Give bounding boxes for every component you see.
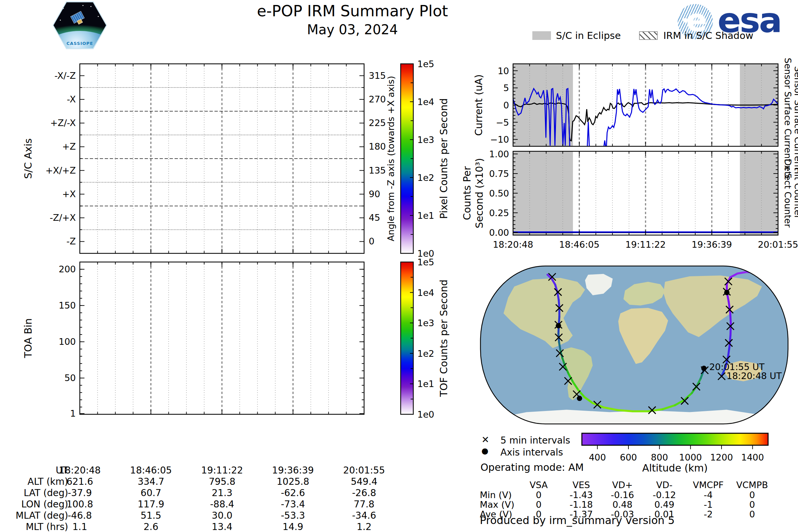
pixel-counts-colorbar: 1e51e41e31e21e11e0Pixel Counts per Secon… bbox=[401, 59, 450, 259]
right-label-hit: Hit Counter bbox=[793, 168, 798, 220]
voltage-value: 0 bbox=[722, 509, 782, 519]
toa-tick-label: 1 bbox=[70, 408, 76, 419]
ephemeris-value: 77.8 bbox=[324, 499, 404, 510]
ephemeris-value: 30.0 bbox=[182, 510, 262, 521]
ephemeris-value: -62.6 bbox=[253, 488, 333, 498]
shadow-legend-label: IRM in S/C Shadow bbox=[663, 30, 754, 41]
sc-axis-category-label: +X bbox=[62, 189, 76, 199]
ephemeris-value: 18:46:05 bbox=[111, 465, 191, 476]
summary-plot-figure: -X/-Z315-X270+Z/-X225+Z180+X/+Z135+X90-Z… bbox=[0, 0, 798, 532]
ephemeris-value: 14.9 bbox=[253, 521, 333, 532]
charts-canvas: -X/-Z315-X270+Z/-X225+Z180+X/+Z135+X90-Z… bbox=[0, 0, 798, 532]
altitude-colorbar-label: Altitude (km) bbox=[592, 462, 758, 474]
colorbar-tick-label: 1e1 bbox=[417, 210, 434, 221]
colorbar-tick-label: 1e4 bbox=[417, 288, 434, 298]
map-annotation: 18:20:48 UT bbox=[726, 371, 782, 381]
operating-mode-text: Operating mode: AM bbox=[480, 461, 584, 473]
ephemeris-value: -46.8 bbox=[40, 510, 120, 521]
axis-interval-dot bbox=[556, 323, 561, 328]
toa-tick-label: 200 bbox=[58, 264, 76, 274]
current-tick-label: 10 bbox=[498, 66, 509, 76]
shadow-legend-hatch-swatch bbox=[639, 31, 658, 40]
eclipse-legend-label: S/C in Eclipse bbox=[556, 30, 621, 41]
altitude-tick-label: 1400 bbox=[741, 452, 764, 462]
altitude-tick-label: 600 bbox=[620, 452, 637, 462]
angle-axis-tick-label: 270 bbox=[369, 94, 386, 104]
right-label-detect: Detect Counter bbox=[783, 159, 793, 228]
voltage-value: 0 bbox=[722, 490, 782, 500]
colorbar-tick-label: 1e1 bbox=[417, 379, 434, 389]
time-tick-label: 20:01:55 bbox=[758, 240, 798, 250]
angle-axis-tick-label: 180 bbox=[369, 141, 386, 152]
ephemeris-value: 1025.8 bbox=[253, 476, 333, 487]
counts-tick-label: 0.00 bbox=[489, 227, 509, 238]
ephemeris-value: -34.6 bbox=[324, 510, 404, 521]
tof-counts-colorbar: 1e51e41e31e21e11e0TOF Counts per Second bbox=[401, 257, 450, 420]
ephemeris-value: 18:20:48 bbox=[40, 465, 120, 476]
ephemeris-value: 13.4 bbox=[182, 521, 262, 532]
dot-marker-label: Axis intervals bbox=[500, 447, 563, 458]
axis-interval-dot bbox=[577, 396, 582, 401]
colorbar-tick-label: 1e0 bbox=[417, 409, 434, 420]
ephemeris-value: 1.2 bbox=[324, 521, 404, 532]
toa-ylabel: TOA Bin bbox=[22, 318, 34, 358]
sc-axis-category-label: +Z/-X bbox=[50, 118, 76, 128]
colorbar-tick-label: 1e2 bbox=[417, 348, 434, 359]
angle-axis-label: Angle from -Z axis (towards +X axis) bbox=[386, 76, 396, 241]
current-tick-label: 0 bbox=[504, 100, 509, 110]
x-marker-label: 5 min intervals bbox=[500, 435, 570, 446]
ephemeris-value: -26.8 bbox=[324, 488, 404, 498]
x-marker-icon: ✕ bbox=[481, 434, 489, 445]
voltage-column-header: VCMPB bbox=[722, 480, 782, 490]
angle-axis-tick-label: 315 bbox=[369, 71, 386, 81]
colorbar-label: Pixel Counts per Second bbox=[438, 98, 450, 219]
ephemeris-value: 2.6 bbox=[111, 521, 191, 532]
counts-tick-label: 1.00 bbox=[489, 149, 509, 159]
counts-tick-label: 0.25 bbox=[489, 208, 509, 218]
altitude-colorbar: 400600800100012001400 bbox=[582, 433, 768, 462]
ephemeris-value: 20:01:55 bbox=[324, 465, 404, 476]
time-tick-label: 19:36:39 bbox=[691, 240, 732, 250]
counters-panel: 1.000.750.500.250.00Counts PerSecond (x1… bbox=[461, 149, 798, 250]
ephemeris-value: 1.1 bbox=[40, 521, 120, 532]
ephemeris-value: -53.3 bbox=[253, 510, 333, 521]
ephemeris-value: -88.4 bbox=[182, 499, 262, 510]
satellite-art bbox=[70, 11, 84, 24]
plot-date: May 03, 2024 bbox=[186, 22, 519, 37]
altitude-tick-label: 1000 bbox=[679, 452, 702, 462]
ephemeris-value: 117.9 bbox=[111, 499, 191, 510]
ephemeris-value: 621.6 bbox=[40, 476, 120, 487]
sc-axis-category-label: +Z bbox=[62, 141, 76, 152]
colorbar-tick-label: 1e5 bbox=[417, 257, 434, 267]
sc-axis-category-label: -Z/+X bbox=[50, 212, 76, 223]
counts-tick-label: 0.50 bbox=[489, 188, 509, 198]
counts-ylabel-2: Second (x10³) bbox=[474, 158, 485, 228]
toa-tick-label: 150 bbox=[58, 300, 76, 310]
angle-axis-tick-label: 45 bbox=[369, 212, 380, 223]
sc-axis-category-label: -X bbox=[67, 94, 76, 104]
toa-tick-label: 50 bbox=[64, 373, 76, 383]
colorbar-tick-label: 1e3 bbox=[417, 318, 434, 328]
colorbar-tick-label: 1e3 bbox=[417, 135, 434, 145]
ephemeris-value: 21.3 bbox=[182, 488, 262, 498]
colorbar-tick-label: 1e2 bbox=[417, 173, 434, 183]
dot-marker-icon: ● bbox=[481, 446, 489, 456]
sc-axis-category-label: +X/+Z bbox=[45, 165, 76, 175]
angle-axis-tick-label: 90 bbox=[369, 189, 380, 199]
map-annotation: 20:01:55 UT bbox=[709, 362, 765, 372]
time-tick-label: 18:20:48 bbox=[493, 240, 533, 250]
right-label-black: Sensor Surface Current bbox=[793, 66, 798, 171]
angle-axis-tick-label: 0 bbox=[369, 236, 374, 246]
ephemeris-value: 549.4 bbox=[324, 476, 404, 487]
ephemeris-value: -37.9 bbox=[40, 488, 120, 498]
ephemeris-value: 60.7 bbox=[111, 488, 191, 498]
axis-interval-dot bbox=[701, 366, 706, 371]
current-ylabel: Current (uA) bbox=[473, 74, 484, 136]
voltage-value: 0 bbox=[722, 499, 782, 510]
ephemeris-value: -73.4 bbox=[253, 499, 333, 510]
ground-track-map: 20:01:55 UT18:20:48 UT bbox=[480, 266, 788, 424]
eclipse-legend-swatch bbox=[532, 31, 551, 40]
current-tick-label: −5 bbox=[496, 117, 509, 128]
sc-axis-category-label: -Z bbox=[66, 236, 76, 246]
current-tick-label: 5 bbox=[504, 83, 509, 93]
